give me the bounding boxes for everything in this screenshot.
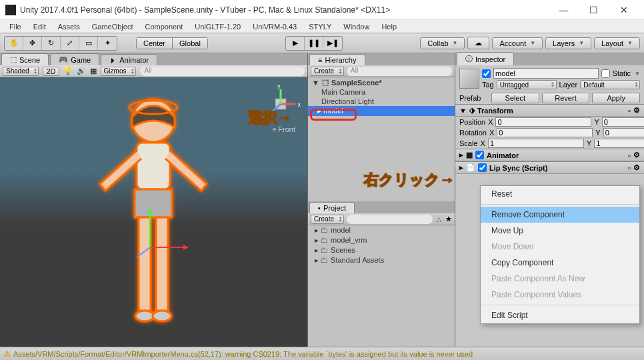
active-checkbox[interactable]	[482, 69, 491, 78]
gear-icon[interactable]: ⚙	[633, 163, 640, 172]
lighting-icon[interactable]: 💡	[63, 67, 73, 75]
ctx-move-down: Move Down	[481, 239, 639, 255]
menu-component[interactable]: Component	[139, 21, 188, 32]
help-icon[interactable]: ▫	[628, 164, 631, 172]
svg-marker-9	[183, 245, 189, 250]
hierarchy-item-camera[interactable]: Main Camera	[308, 87, 455, 97]
menu-assets[interactable]: Assets	[53, 21, 85, 32]
component-context-menu: Reset Remove Component Move Up Move Down…	[480, 185, 640, 324]
status-bar[interactable]: ⚠ Assets/VRM/Scripts/Format/Editor/VRMIm…	[0, 347, 644, 360]
star-icon[interactable]: ★	[445, 215, 452, 223]
tab-scene[interactable]: ⬚Scene	[1, 53, 49, 65]
pause-button[interactable]: ❚❚	[305, 37, 323, 50]
ctx-move-up[interactable]: Move Up	[481, 223, 639, 239]
unity-logo-icon	[5, 5, 16, 15]
ctx-reset[interactable]: Reset	[481, 186, 639, 202]
layer-dropdown[interactable]: Default	[580, 80, 640, 89]
pivot-global-button[interactable]: Global	[173, 38, 207, 49]
tab-animator[interactable]: ⏵Animator	[101, 54, 157, 65]
play-button[interactable]: ▶	[286, 37, 305, 50]
rot-x-input[interactable]	[497, 128, 593, 137]
pos-x-input[interactable]	[495, 117, 591, 127]
move-tool-icon[interactable]: ✥	[23, 37, 42, 50]
step-button[interactable]: ▶❚	[323, 37, 342, 50]
game-icon: 🎮	[59, 55, 68, 64]
tag-dropdown[interactable]: Untagged	[497, 80, 557, 89]
lipsync-component-header[interactable]: ▸ 📄 Lip Sync (Script)▫ ⚙	[455, 161, 644, 174]
ctx-paste-new: Paste Component As New	[481, 271, 639, 287]
minimize-button[interactable]: —	[549, 1, 579, 19]
collab-dropdown[interactable]: Collab▼	[420, 37, 465, 49]
rotate-tool-icon[interactable]: ↻	[42, 37, 61, 50]
layers-dropdown[interactable]: Layers▼	[545, 37, 591, 49]
ctx-copy-component[interactable]: Copy Component	[481, 255, 639, 271]
fx-icon[interactable]: ▦	[90, 67, 97, 75]
static-checkbox[interactable]	[601, 69, 610, 78]
scl-x-input[interactable]	[488, 139, 584, 148]
tab-inspector[interactable]: ⓘ Inspector	[457, 52, 514, 65]
menu-styly[interactable]: STYLY	[303, 21, 337, 32]
menu-window[interactable]: Window	[338, 21, 375, 32]
filter-icon[interactable]: ⛬	[435, 215, 443, 223]
pos-y-input[interactable]	[602, 117, 644, 127]
project-item[interactable]: ▸ 🗀model_vrm	[308, 235, 455, 245]
gear-icon[interactable]: ⚙	[633, 151, 640, 159]
gear-icon[interactable]: ⚙	[633, 106, 640, 115]
project-create-dropdown[interactable]: Create	[311, 215, 344, 224]
menu-unigltf[interactable]: UniGLTF-1.20	[189, 21, 246, 32]
project-item[interactable]: ▸ 🗀Scenes	[308, 245, 455, 255]
script-icon: 📄	[466, 163, 475, 172]
tab-project[interactable]: ▪ Project	[309, 202, 355, 213]
prefab-revert-button[interactable]: Revert	[542, 93, 590, 103]
project-search[interactable]	[347, 215, 433, 224]
shaded-dropdown[interactable]: Shaded	[3, 67, 39, 76]
hierarchy-item-light[interactable]: Directional Light	[308, 97, 455, 106]
animator-icon: ⏵	[109, 56, 117, 64]
scene-row[interactable]: ▼ ⬚SampleScene*	[308, 77, 455, 87]
hierarchy-create-dropdown[interactable]: Create	[311, 67, 344, 76]
menu-gameobject[interactable]: GameObject	[87, 21, 139, 32]
prefab-apply-button[interactable]: Apply	[592, 93, 640, 103]
prefab-select-button[interactable]: Select	[491, 93, 539, 103]
close-button[interactable]: ✕	[609, 1, 639, 19]
ctx-remove-component[interactable]: Remove Component	[481, 207, 639, 223]
rect-tool-icon[interactable]: ▭	[79, 37, 98, 50]
window-title: Unity 2017.4.0f1 Personal (64bit) - Samp…	[20, 5, 549, 15]
scene-view[interactable]: x y z ≡ Front	[0, 77, 307, 347]
rot-y-input[interactable]	[603, 128, 644, 137]
hierarchy-search[interactable]: All	[347, 67, 452, 76]
menu-univrm[interactable]: UniVRM-0.43	[247, 21, 302, 32]
menu-file[interactable]: File	[4, 21, 27, 32]
menu-edit[interactable]: Edit	[28, 21, 51, 32]
layout-dropdown[interactable]: Layout▼	[594, 37, 640, 49]
gameobject-icon[interactable]	[459, 69, 479, 89]
scene-search[interactable]: All	[140, 67, 305, 76]
cloud-button[interactable]: ☁	[467, 37, 489, 49]
animator-component-header[interactable]: ▸ ▦ Animator▫ ⚙	[455, 149, 644, 161]
2d-toggle[interactable]: 2D	[43, 67, 59, 76]
help-icon[interactable]: ▫	[628, 107, 631, 115]
scale-tool-icon[interactable]: ⤢	[61, 37, 79, 50]
transform-tool-icon[interactable]: ✦	[98, 37, 117, 50]
gizmos-dropdown[interactable]: Gizmos	[101, 67, 137, 76]
orientation-gizmo[interactable]: x y z	[261, 84, 301, 124]
maximize-button[interactable]: ☐	[579, 1, 609, 19]
hierarchy-item-model[interactable]: ▸ model	[308, 106, 455, 116]
window-titlebar: Unity 2017.4.0f1 Personal (64bit) - Samp…	[0, 0, 644, 20]
pivot-center-button[interactable]: Center	[137, 38, 173, 49]
ctx-edit-script[interactable]: Edit Script	[481, 307, 639, 323]
help-icon[interactable]: ▫	[628, 151, 631, 159]
tab-game[interactable]: 🎮Game	[50, 53, 99, 65]
unity-scene-icon: ⬚	[322, 78, 329, 87]
name-input[interactable]	[493, 68, 599, 79]
project-item[interactable]: ▸ 🗀model	[308, 225, 455, 235]
project-item[interactable]: ▸ 🗀Standard Assets	[308, 255, 455, 265]
transform-gizmo[interactable]	[137, 207, 190, 261]
menu-help[interactable]: Help	[376, 21, 402, 32]
account-dropdown[interactable]: Account▼	[492, 37, 543, 49]
audio-icon[interactable]: 🔊	[77, 67, 86, 75]
hand-tool-icon[interactable]: ✋	[5, 37, 23, 50]
scl-y-input[interactable]	[594, 139, 644, 148]
tab-hierarchy[interactable]: ≡ Hierarchy	[309, 54, 365, 65]
transform-component-header[interactable]: ▼ ⬗ Transform▫ ⚙	[455, 104, 644, 117]
